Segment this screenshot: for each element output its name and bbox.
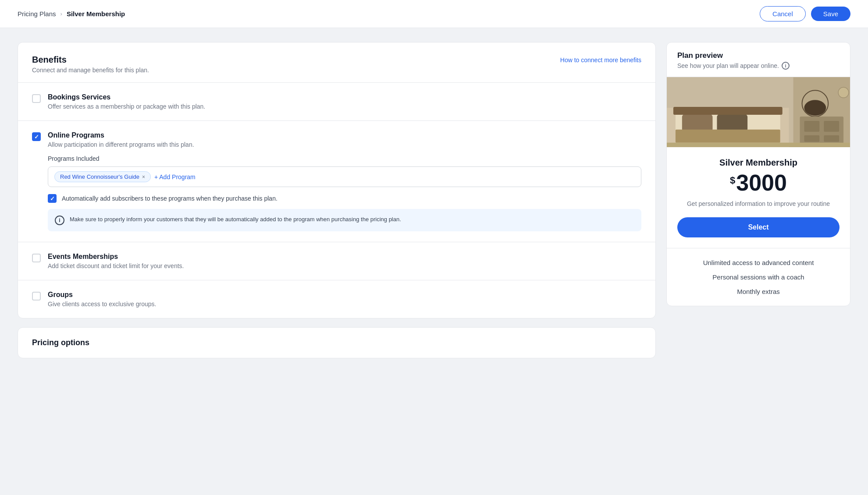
info-text: Make sure to properly inform your custom… — [70, 215, 401, 224]
select-button[interactable]: Select — [677, 217, 840, 237]
plan-price: $ 3000 — [677, 171, 840, 194]
svg-point-15 — [838, 87, 849, 98]
programs-section: Programs Included Red Wine Connoisseur's… — [48, 155, 641, 231]
cancel-button[interactable]: Cancel — [760, 6, 806, 21]
auto-add-row: Automatically add subscribers to these p… — [48, 194, 641, 203]
price-amount: 3000 — [736, 171, 787, 194]
benefits-subtitle: Connect and manage benefits for this pla… — [32, 67, 149, 74]
events-info: Events Memberships Add ticket discount a… — [48, 253, 641, 269]
groups-info: Groups Give clients access to exclusive … — [48, 291, 641, 308]
events-name: Events Memberships — [48, 253, 641, 261]
left-column: Benefits Connect and manage benefits for… — [18, 42, 656, 358]
bedroom-background — [667, 77, 850, 147]
online-programs-checkbox[interactable] — [32, 132, 41, 141]
programs-input[interactable]: Red Wine Connoisseur's Guide × + Add Pro… — [48, 166, 641, 187]
breadcrumb-current: Silver Membership — [67, 10, 125, 18]
plan-preview-title: Plan preview — [677, 51, 840, 60]
online-programs-name: Online Programs — [48, 131, 641, 139]
benefit-row-bookings: Bookings Services Offer services as a me… — [18, 83, 655, 121]
benefits-title: Benefits — [32, 55, 149, 65]
price-dollar: $ — [730, 175, 735, 186]
online-programs-desc: Allow participation in different program… — [48, 141, 641, 148]
svg-rect-4 — [717, 114, 747, 132]
program-tag: Red Wine Connoisseur's Guide × — [54, 171, 151, 182]
svg-rect-13 — [804, 135, 820, 142]
benefit-row-groups: Groups Give clients access to exclusive … — [18, 280, 655, 318]
plan-preview-image — [667, 77, 850, 147]
plan-features: Unlimited access to advanced content Per… — [667, 248, 850, 306]
groups-desc: Give clients access to exclusive groups. — [48, 301, 641, 308]
top-actions: Cancel Save — [760, 6, 850, 21]
benefit-row-events: Events Memberships Add ticket discount a… — [18, 242, 655, 280]
auto-add-text: Automatically add subscribers to these p… — [62, 195, 277, 202]
main-layout: Benefits Connect and manage benefits for… — [0, 28, 868, 372]
bookings-name: Bookings Services — [48, 93, 641, 101]
feature-item-2: Monthly extras — [677, 288, 840, 295]
svg-rect-14 — [824, 135, 839, 142]
plan-description: Get personalized information to improve … — [677, 199, 840, 209]
benefits-title-block: Benefits Connect and manage benefits for… — [32, 55, 149, 74]
feature-item-0: Unlimited access to advanced content — [677, 259, 840, 266]
svg-rect-6 — [673, 107, 783, 115]
svg-rect-11 — [804, 121, 820, 132]
add-program-button[interactable]: + Add Program — [154, 173, 196, 180]
program-tag-close[interactable]: × — [142, 174, 145, 180]
pricing-options-card: Pricing options — [18, 327, 656, 358]
bookings-info: Bookings Services Offer services as a me… — [48, 93, 641, 110]
events-desc: Add ticket discount and ticket limit for… — [48, 262, 641, 269]
svg-point-9 — [804, 100, 826, 116]
plan-preview-info-icon[interactable]: i — [782, 62, 790, 70]
info-box: i Make sure to properly inform your cust… — [48, 209, 641, 231]
save-button[interactable]: Save — [811, 7, 850, 21]
pricing-title: Pricing options — [32, 338, 641, 347]
how-to-link[interactable]: How to connect more benefits — [560, 57, 641, 64]
plan-preview-header: Plan preview See how your plan will appe… — [667, 42, 850, 77]
svg-rect-5 — [676, 130, 780, 143]
breadcrumb: Pricing Plans › Silver Membership — [18, 10, 125, 18]
feature-item-1: Personal sessions with a coach — [677, 273, 840, 281]
right-column: Plan preview See how your plan will appe… — [666, 42, 850, 358]
bookings-checkbox[interactable] — [32, 94, 41, 103]
breadcrumb-pricing-plans[interactable]: Pricing Plans — [18, 10, 56, 18]
bedroom-svg — [667, 77, 850, 147]
top-bar: Pricing Plans › Silver Membership Cancel… — [0, 0, 868, 28]
bookings-desc: Offer services as a membership or packag… — [48, 103, 641, 110]
program-tag-label: Red Wine Connoisseur's Guide — [60, 173, 139, 180]
online-programs-info: Online Programs Allow participation in d… — [48, 131, 641, 231]
breadcrumb-separator: › — [60, 11, 62, 17]
benefits-card: Benefits Connect and manage benefits for… — [18, 42, 656, 318]
pricing-header: Pricing options — [18, 328, 655, 358]
plan-preview-card: Plan preview See how your plan will appe… — [666, 42, 850, 306]
svg-rect-12 — [824, 121, 839, 132]
plan-name: Silver Membership — [677, 158, 840, 168]
benefit-row-online-programs: Online Programs Allow participation in d… — [18, 121, 655, 242]
groups-name: Groups — [48, 291, 641, 299]
events-checkbox[interactable] — [32, 254, 41, 262]
plan-details: Silver Membership $ 3000 Get personalize… — [667, 147, 850, 248]
groups-checkbox[interactable] — [32, 292, 41, 301]
auto-add-checkbox[interactable] — [48, 194, 57, 203]
programs-included-label: Programs Included — [48, 155, 641, 162]
info-icon: i — [55, 216, 64, 225]
plan-preview-subtitle: See how your plan will appear online. i — [677, 62, 840, 70]
benefits-header: Benefits Connect and manage benefits for… — [18, 42, 655, 83]
svg-rect-3 — [682, 114, 713, 132]
svg-rect-16 — [667, 143, 850, 147]
